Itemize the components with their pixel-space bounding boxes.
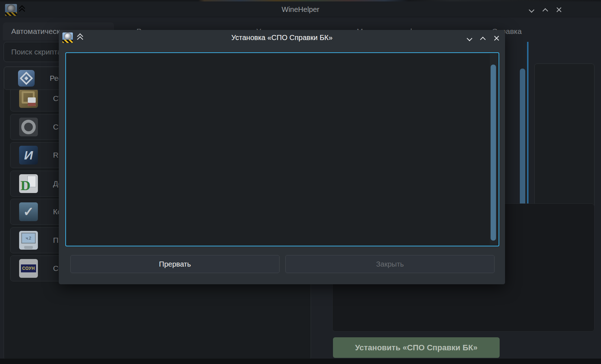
dialog-titlebar[interactable]: Установка «СПО Справки БК»: [59, 30, 505, 46]
install-log-output[interactable]: [65, 52, 499, 246]
script-icon: [19, 89, 38, 108]
close-button-label: Закрыть: [376, 260, 404, 268]
screen: WineHelper Автоматическая установкаРучна…: [0, 0, 601, 364]
maximize-button[interactable]: [540, 5, 550, 16]
minimize-button[interactable]: [526, 4, 537, 15]
chevron-down-icon: [528, 7, 534, 13]
dialog-close-button[interactable]: [491, 33, 502, 44]
close-icon: [556, 7, 562, 13]
abort-button[interactable]: Прервать: [70, 255, 280, 273]
script-icon: [19, 146, 38, 165]
script-icon: [19, 118, 38, 136]
script-icon: [19, 174, 38, 193]
footer-strip: [0, 359, 601, 364]
main-titlebar[interactable]: WineHelper: [0, 1, 601, 17]
main-window-title: WineHelper: [0, 5, 601, 14]
script-icon: [19, 202, 38, 221]
script-icon: [19, 231, 38, 250]
chevron-up-icon: [480, 36, 486, 42]
install-button-label: Установить «СПО Справки БК»: [355, 343, 477, 352]
install-button[interactable]: Установить «СПО Справки БК»: [333, 337, 500, 358]
background-window-sliver: [0, 0, 601, 1]
close-button[interactable]: [553, 4, 564, 15]
abort-button-label: Прервать: [159, 260, 191, 268]
dialog-title: Установка «СПО Справки БК»: [59, 34, 505, 42]
chevron-down-icon: [466, 35, 472, 41]
installation-dialog: Установка «СПО Справки БК» Прервать Закр…: [59, 30, 505, 284]
chevron-up-icon: [542, 8, 548, 14]
script-icon: [19, 259, 38, 278]
tflex-icon: [18, 70, 35, 87]
log-scrollbar-thumb[interactable]: [491, 65, 496, 241]
log-scrollbar-track[interactable]: [490, 54, 498, 245]
search-placeholder: Поиск скрипта: [11, 48, 62, 56]
close-icon: [494, 36, 499, 41]
dialog-maximize-button[interactable]: [477, 34, 488, 45]
close-dialog-button[interactable]: Закрыть: [285, 255, 495, 273]
dialog-minimize-button[interactable]: [464, 33, 475, 44]
